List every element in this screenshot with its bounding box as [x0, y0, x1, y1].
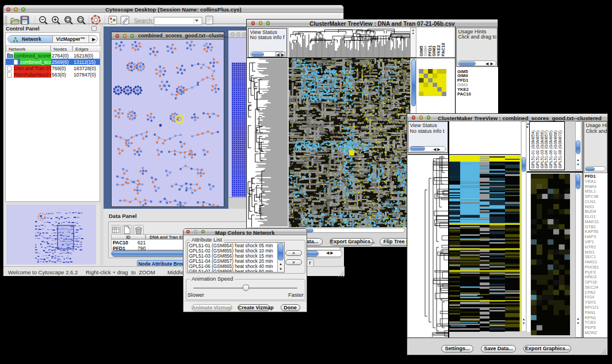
svg-text:Search:: Search:	[134, 18, 154, 24]
svg-text:PAC10: PAC10	[441, 43, 446, 56]
svg-text:GPL51-08 (GSM872): GPL51-08 (GSM872)	[558, 131, 563, 168]
